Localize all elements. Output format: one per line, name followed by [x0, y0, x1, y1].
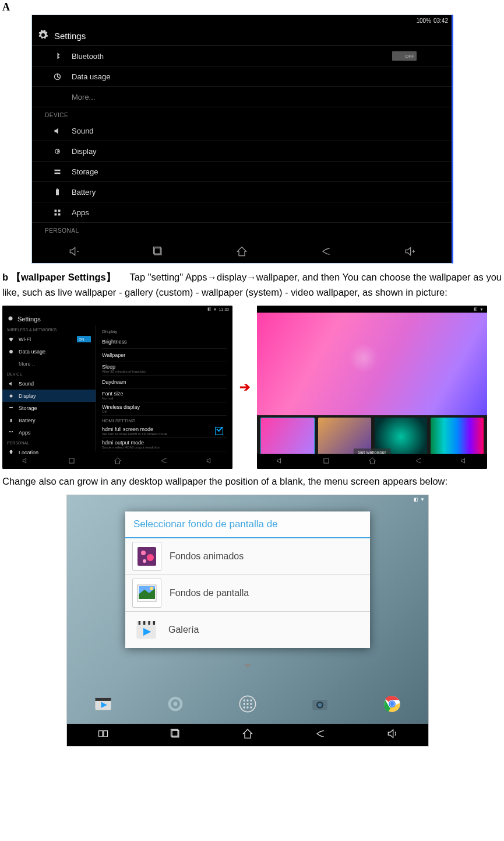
display-icon [51, 147, 64, 156]
bluetooth-switch[interactable]: OFF [392, 51, 417, 61]
settings-title-text: Settings [54, 31, 86, 41]
screenshot-settings-main: 100% 03:42 Settings Bluetooth OFF Data u… [31, 15, 453, 264]
row-bluetooth[interactable]: Bluetooth OFF [32, 46, 452, 66]
wifi-switch[interactable]: ON [77, 336, 91, 342]
svg-point-31 [143, 559, 146, 563]
rrow-daydream[interactable]: Daydream [102, 376, 227, 389]
mrow-apps[interactable]: Apps [2, 426, 96, 439]
svg-point-61 [318, 703, 322, 707]
mrow-wifi[interactable]: Wi-FiON [2, 333, 96, 345]
svg-rect-45 [95, 698, 111, 701]
back-icon[interactable] [320, 246, 332, 259]
rrow-fontsize[interactable]: Font sizeNormal [102, 389, 227, 402]
recent-icon[interactable] [152, 246, 164, 259]
svg-point-20 [10, 394, 13, 397]
home-icon[interactable] [114, 457, 122, 466]
svg-point-30 [147, 554, 154, 561]
rrow-hdmi-out[interactable]: hdmi output modeSystem select HDMI outpu… [102, 438, 227, 451]
menu-item-wallpapers[interactable]: Fondos de pantalla [125, 575, 370, 612]
wallpaper-thumbnails: Set wallpaper [257, 415, 487, 458]
back-icon[interactable] [160, 457, 168, 466]
vol-up-icon[interactable] [460, 457, 468, 466]
para-b-text-2: display [217, 272, 246, 282]
svg-point-50 [243, 700, 245, 702]
svg-rect-23 [9, 431, 10, 432]
recent-icon[interactable] [170, 728, 181, 742]
mrow-more[interactable]: More .. [2, 358, 96, 370]
menu-item-live-wallpapers[interactable]: Fondos animados [125, 538, 370, 575]
rrow-brightness[interactable]: Brightness [102, 335, 227, 349]
checkbox-icon[interactable] [215, 427, 223, 435]
svg-rect-5 [54, 169, 60, 171]
nav-bar [32, 241, 452, 263]
gear-icon [38, 30, 48, 42]
mrow-sound[interactable]: Sound [2, 377, 96, 390]
vol-up-icon[interactable] [404, 246, 415, 259]
recent-icon[interactable] [322, 457, 330, 466]
rrow-wireless-display[interactable]: Wireless displayOff [102, 402, 227, 416]
back-icon[interactable] [414, 457, 422, 466]
mini-title-bar: Settings [2, 313, 232, 325]
svg-rect-9 [54, 209, 57, 212]
screenshot-row: ◧▼11:30 Settings WIRELESS & NETWORKS Wi-… [2, 306, 502, 469]
rrow-hdmi-full[interactable]: hdmi full screen modeSet turn to show HD… [102, 425, 227, 438]
settings-app-icon[interactable] [162, 691, 189, 717]
storage-icon [51, 167, 64, 176]
home-icon[interactable] [242, 728, 253, 742]
home-icon[interactable] [236, 246, 248, 259]
svg-rect-27 [323, 458, 328, 463]
battery-text: 100% [416, 17, 431, 24]
vol-down-icon[interactable] [68, 246, 80, 259]
gear-icon [7, 315, 14, 323]
rrow-wallpaper[interactable]: Wallpaper [102, 349, 227, 362]
mrow-display[interactable]: Display [2, 390, 96, 402]
back-icon[interactable] [314, 728, 326, 742]
row-data-usage[interactable]: Data usage [32, 66, 452, 87]
rhead-hdmi: HDMI SETTING [102, 416, 227, 425]
vol-down-icon[interactable] [276, 457, 284, 466]
mrow-storage[interactable]: Storage [2, 402, 96, 414]
svg-point-18 [9, 317, 13, 321]
app-drawer-icon[interactable] [234, 691, 261, 717]
red-arrow-icon: ➔ [239, 380, 250, 395]
wallpaper-thumb[interactable] [260, 418, 315, 456]
svg-point-53 [243, 703, 245, 705]
row-battery[interactable]: Battery [32, 182, 452, 202]
vol-down-icon[interactable] [22, 457, 30, 466]
menu-item-gallery[interactable]: Galería [125, 612, 370, 648]
settings-list: Bluetooth OFF Data usage More... DEVICE … [32, 46, 452, 241]
rrow-sleep[interactable]: SleepAfter 30 minutes of inactivity [102, 362, 227, 376]
clock-text: 03:42 [433, 17, 448, 24]
svg-rect-40 [148, 621, 150, 625]
svg-rect-39 [143, 621, 145, 625]
wallpaper-icon [132, 579, 161, 608]
vol-icon[interactable] [386, 728, 398, 742]
svg-point-65 [390, 702, 394, 706]
svg-rect-22 [10, 419, 12, 422]
bluetooth-icon [51, 52, 64, 61]
mini-status-bar: ◧▼ [257, 306, 487, 313]
mrow-battery[interactable]: Battery [2, 414, 96, 426]
svg-rect-21 [9, 407, 13, 408]
row-sound[interactable]: Sound [32, 121, 452, 141]
mh-device: DEVICE [2, 370, 96, 377]
live-wallpaper-icon [132, 542, 161, 571]
camera-app-icon[interactable] [306, 691, 333, 717]
chrome-app-icon[interactable] [379, 691, 406, 717]
row-storage[interactable]: Storage [32, 162, 452, 182]
svg-rect-10 [58, 209, 60, 212]
gallery-icon [132, 616, 160, 644]
screenshot-icon[interactable] [97, 728, 109, 742]
video-app-icon[interactable] [90, 691, 117, 717]
vol-up-icon[interactable] [206, 457, 214, 466]
row-display[interactable]: Display [32, 141, 452, 162]
mini-settings-title: Settings [17, 316, 41, 323]
row-more[interactable]: More... [32, 87, 452, 107]
svg-point-48 [174, 702, 178, 706]
recent-icon[interactable] [68, 457, 76, 466]
mrow-data[interactable]: Data usage [2, 345, 96, 358]
home-icon[interactable] [368, 457, 376, 466]
row-apps[interactable]: Apps [32, 202, 452, 223]
wallpaper-thumb[interactable] [431, 418, 484, 456]
svg-point-35 [150, 587, 153, 590]
